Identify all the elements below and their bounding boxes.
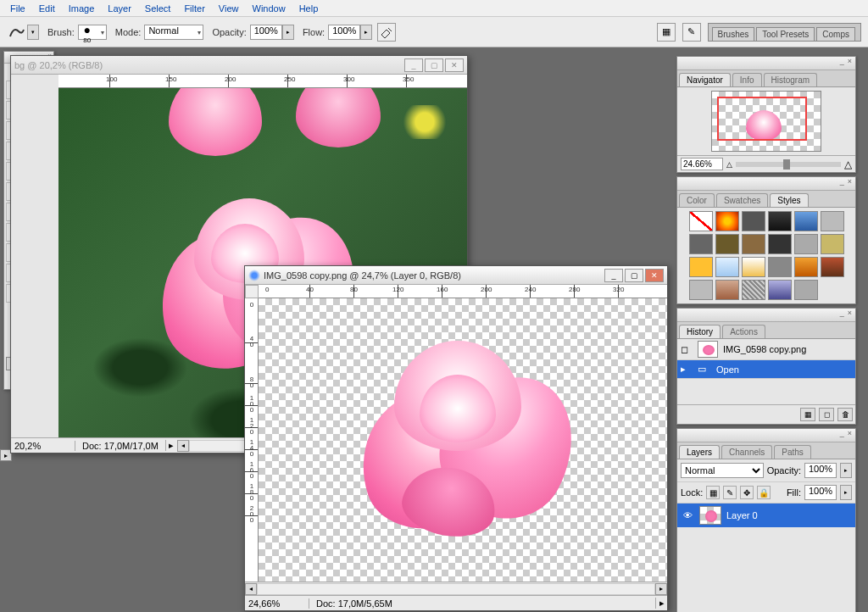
style-swatch[interactable]	[821, 211, 844, 231]
history-brush-source-icon[interactable]: ◻	[681, 344, 693, 355]
menu-image[interactable]: Image	[62, 2, 102, 15]
panel-collapse-icon[interactable]: _	[840, 429, 844, 442]
style-swatch[interactable]	[768, 234, 792, 254]
opacity-menu[interactable]: ▸	[282, 25, 294, 40]
delete-state-icon[interactable]: 🗑	[837, 408, 853, 421]
style-swatch[interactable]	[742, 211, 765, 231]
layer-fill-menu[interactable]: ▸	[840, 485, 852, 500]
well-tab-toolpresets[interactable]: Tool Presets	[756, 27, 815, 41]
doc2-maximize[interactable]: ▢	[625, 269, 643, 282]
style-swatch[interactable]	[715, 257, 739, 277]
layer-name[interactable]: Layer 0	[726, 510, 758, 520]
tab-color[interactable]: Color	[679, 193, 715, 207]
panel-collapse-icon[interactable]: _	[840, 57, 844, 70]
doc2-scroll-left[interactable]: ◂	[245, 583, 257, 595]
style-swatch[interactable]	[715, 234, 739, 254]
zoom-in-icon[interactable]: △	[844, 159, 852, 170]
toggle-palettes-icon[interactable]: ▦	[657, 23, 676, 42]
navigator-preview[interactable]	[711, 91, 821, 152]
airbrush-toggle[interactable]	[377, 23, 396, 42]
new-doc-from-state-icon[interactable]: ▦	[800, 408, 815, 421]
doc2-canvas[interactable]	[259, 298, 667, 581]
layer-fill[interactable]: 100%	[804, 485, 837, 500]
menu-edit[interactable]: Edit	[32, 2, 62, 15]
navigator-zoom-slider[interactable]	[736, 162, 841, 167]
panel-collapse-icon[interactable]: _	[840, 309, 844, 321]
doc2-scrollbar-h[interactable]: ◂ ▸	[245, 581, 667, 595]
navigator-zoom-field[interactable]: 24.66%	[681, 158, 723, 170]
style-swatch[interactable]	[689, 234, 713, 254]
menu-view[interactable]: View	[212, 2, 246, 15]
panel-collapse-icon[interactable]: _	[840, 177, 844, 190]
style-swatch[interactable]	[768, 211, 792, 231]
tab-channels[interactable]: Channels	[721, 445, 772, 459]
doc2-titlebar[interactable]: IMG_0598 copy.png @ 24,7% (Layer 0, RGB/…	[245, 266, 667, 285]
flow-menu[interactable]: ▸	[360, 25, 372, 40]
blend-mode-select[interactable]: Normal▾	[144, 25, 203, 40]
new-snapshot-icon[interactable]: ◻	[819, 408, 834, 421]
history-snapshot[interactable]: ◻ IMG_0598 copy.png	[677, 339, 855, 360]
menu-layer[interactable]: Layer	[101, 2, 138, 15]
style-swatch[interactable]	[715, 211, 739, 231]
menu-filter[interactable]: Filter	[177, 2, 211, 15]
style-swatch[interactable]	[689, 280, 713, 300]
lock-transparency-icon[interactable]: ▦	[706, 486, 720, 499]
style-swatch[interactable]	[821, 234, 844, 254]
doc2-minimize[interactable]: _	[604, 269, 623, 282]
style-swatch[interactable]	[742, 280, 765, 300]
style-swatch[interactable]	[768, 280, 792, 300]
well-tab-comps[interactable]: Comps	[816, 27, 855, 41]
style-none[interactable]	[689, 211, 713, 231]
doc2-ruler-v[interactable]: 0 40 80 100 120 140 160 180 200	[245, 298, 259, 581]
layer-visibility-icon[interactable]: 👁	[681, 509, 694, 522]
panel-close-icon[interactable]: ×	[848, 177, 852, 190]
layer-opacity[interactable]: 100%	[804, 463, 837, 478]
tab-paths[interactable]: Paths	[774, 445, 811, 459]
lock-position-icon[interactable]: ✥	[740, 486, 754, 499]
style-swatch[interactable]	[715, 280, 739, 300]
style-swatch[interactable]	[768, 257, 792, 277]
menu-file[interactable]: File	[3, 2, 32, 15]
tool-preset-menu[interactable]: ▾	[27, 25, 39, 40]
panel-close-icon[interactable]: ×	[848, 429, 852, 442]
doc1-close[interactable]: ✕	[445, 58, 464, 72]
doc2-close[interactable]: ✕	[645, 269, 664, 282]
tab-history[interactable]: History	[679, 325, 721, 338]
doc1-titlebar[interactable]: bg @ 20,2% (RGB/8) _ ▢ ✕	[11, 56, 467, 75]
menu-help[interactable]: Help	[292, 2, 326, 15]
doc2-status-menu[interactable]: ▸	[655, 598, 667, 609]
doc1-zoom-field[interactable]: 20,2%	[11, 441, 75, 451]
layer-opacity-menu[interactable]: ▸	[840, 463, 852, 478]
panel-close-icon[interactable]: ×	[848, 309, 852, 321]
tab-navigator[interactable]: Navigator	[679, 73, 731, 86]
lock-pixels-icon[interactable]: ✎	[723, 486, 737, 499]
tab-info[interactable]: Info	[732, 73, 762, 86]
doc1-minimize[interactable]: _	[404, 58, 423, 72]
brush-picker[interactable]: ● 80 ▾	[78, 25, 107, 40]
tab-swatches[interactable]: Swatches	[716, 193, 768, 207]
navigator-viewport[interactable]	[717, 97, 807, 141]
tool-preset-picker[interactable]	[7, 23, 27, 42]
well-tab-brushes[interactable]: Brushes	[712, 27, 755, 41]
doc1-ruler-h[interactable]: 100 150 200 250 300 350	[58, 75, 467, 88]
style-swatch[interactable]	[794, 211, 818, 231]
history-step-open[interactable]: ▸ ▭ Open	[677, 360, 855, 379]
doc1-scroll-left[interactable]: ◂	[177, 440, 189, 452]
doc2-scroll-track[interactable]	[257, 583, 655, 595]
doc1-status-menu[interactable]: ▸	[165, 440, 177, 451]
tab-styles[interactable]: Styles	[770, 193, 808, 207]
style-swatch[interactable]	[794, 280, 818, 300]
style-swatch[interactable]	[742, 234, 765, 254]
layer-row-0[interactable]: 👁 Layer 0	[677, 504, 855, 527]
lock-all-icon[interactable]: 🔒	[757, 486, 771, 499]
style-swatch[interactable]	[794, 234, 818, 254]
panel-close-icon[interactable]: ×	[848, 57, 852, 70]
flow-value[interactable]: 100%	[328, 25, 360, 40]
style-swatch[interactable]	[821, 257, 844, 277]
menu-select[interactable]: Select	[138, 2, 178, 15]
opacity-value[interactable]: 100%	[250, 25, 282, 40]
style-swatch[interactable]	[794, 257, 818, 277]
doc2-scroll-right[interactable]: ▸	[655, 583, 667, 595]
doc2-zoom-field[interactable]: 24,66%	[245, 598, 309, 609]
layer-blend-select[interactable]: Normal	[681, 463, 764, 478]
